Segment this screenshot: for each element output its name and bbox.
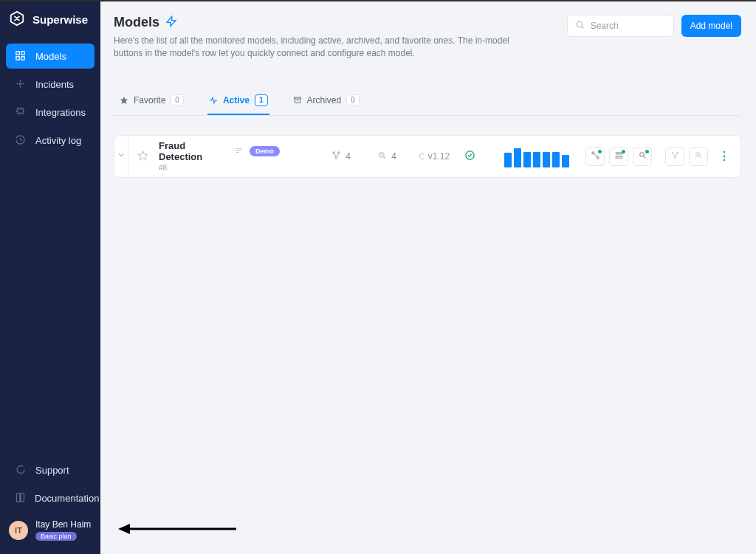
- sliders-icon: [614, 150, 624, 162]
- archive-icon: [293, 96, 302, 105]
- stat-value: v1.12: [428, 151, 450, 162]
- magnify-icon: [638, 150, 647, 162]
- svg-rect-4: [21, 57, 24, 60]
- model-name: Fraud Detection: [159, 140, 229, 162]
- search-input[interactable]: [591, 21, 666, 31]
- header-left: Models Here's the list of all the monito…: [114, 15, 512, 60]
- kebab-icon: ⋮: [718, 150, 730, 162]
- activity-icon: [209, 96, 218, 105]
- action-connect-button[interactable]: [585, 147, 605, 166]
- demo-badge: Demo: [250, 146, 280, 156]
- brand: Superwise: [0, 1, 100, 41]
- add-model-button[interactable]: Add model: [681, 15, 741, 37]
- history-icon: [15, 134, 27, 146]
- svg-marker-8: [120, 97, 128, 104]
- svg-point-21: [597, 156, 599, 159]
- svg-rect-3: [16, 57, 19, 60]
- model-list: Fraud Detection Demo #8 4 4: [114, 135, 741, 178]
- stat-search: 4: [367, 150, 407, 162]
- model-more-menu[interactable]: ⋮: [715, 149, 733, 163]
- avatar: IT: [9, 521, 28, 540]
- svg-point-20: [591, 152, 594, 154]
- action-inspect-button[interactable]: [633, 147, 652, 166]
- favorite-toggle[interactable]: [137, 150, 148, 163]
- grid-icon: [15, 50, 27, 62]
- activity-sparkline: [504, 145, 569, 167]
- svg-point-19: [465, 151, 473, 159]
- chat-icon: [15, 464, 27, 476]
- nodes-icon: [331, 150, 341, 162]
- stat-groups: 4: [321, 150, 361, 162]
- svg-rect-9: [294, 97, 300, 99]
- svg-point-5: [19, 83, 21, 85]
- tab-count: 1: [255, 94, 268, 106]
- tab-favorite[interactable]: Favorite 0: [118, 89, 185, 115]
- tab-label: Active: [223, 95, 250, 105]
- sidebar-item-label: Integrations: [35, 107, 86, 118]
- sidebar-item-support[interactable]: Support: [6, 457, 94, 482]
- model-row: Fraud Detection Demo #8 4 4: [114, 135, 741, 178]
- main: Models Here's the list of all the monito…: [100, 1, 756, 554]
- sidebar-item-activity-log[interactable]: Activity log: [6, 128, 94, 153]
- search-box[interactable]: [567, 15, 674, 37]
- svg-point-27: [674, 156, 676, 158]
- action-share-button[interactable]: [665, 147, 684, 166]
- expand-toggle[interactable]: [114, 136, 128, 177]
- bolt-icon: [165, 15, 177, 30]
- page-title: Models: [114, 15, 159, 30]
- plan-badge: Basic plan: [35, 532, 77, 541]
- tab-label: Favorite: [134, 95, 165, 105]
- svg-rect-2: [21, 52, 24, 55]
- model-name-cell[interactable]: Fraud Detection Demo #8: [154, 140, 280, 172]
- tabs: Favorite 0 Active 1 Archived 0: [114, 89, 741, 116]
- tab-count: 0: [171, 94, 184, 106]
- stat-version: v1.12: [413, 151, 453, 162]
- description-icon: [235, 146, 244, 157]
- zoom-icon: [377, 150, 387, 162]
- chevron-down-icon: [117, 150, 126, 162]
- sidebar: Superwise Models Incidents Integrations: [0, 1, 100, 554]
- sidebar-item-models[interactable]: Models: [6, 44, 94, 69]
- user-info: Itay Ben Haim Basic plan: [35, 519, 91, 541]
- tab-active[interactable]: Active 1: [207, 89, 269, 115]
- sidebar-bottom: Support Documentation IT Itay Ben Haim B…: [0, 454, 100, 554]
- sidebar-item-label: Documentation: [35, 493, 99, 504]
- model-id: #8: [159, 164, 280, 172]
- sidebar-item-incidents[interactable]: Incidents: [6, 72, 94, 97]
- user-name: Itay Ben Haim: [35, 519, 91, 530]
- sidebar-item-label: Activity log: [35, 135, 81, 146]
- status-ok: [458, 150, 481, 163]
- tab-archived[interactable]: Archived 0: [292, 89, 361, 115]
- sidebar-item-label: Incidents: [35, 79, 74, 90]
- puzzle-icon: [15, 106, 27, 118]
- svg-rect-1: [16, 52, 19, 55]
- share-icon: [670, 150, 680, 162]
- sidebar-item-label: Support: [35, 465, 69, 476]
- action-zoom-button[interactable]: [689, 147, 708, 166]
- header-right: Add model: [567, 15, 741, 37]
- sidebar-item-documentation[interactable]: Documentation: [6, 485, 94, 510]
- svg-point-7: [577, 21, 583, 27]
- sidebar-item-integrations[interactable]: Integrations: [6, 100, 94, 125]
- model-actions: ⋮: [585, 147, 733, 166]
- stat-value: 4: [346, 151, 351, 162]
- zoom-in-icon: [694, 150, 704, 162]
- book-icon: [15, 492, 26, 504]
- stat-value: 4: [391, 151, 396, 162]
- target-icon: [15, 78, 27, 90]
- brand-logo-icon: [9, 10, 25, 29]
- check-circle-icon: [464, 150, 475, 163]
- action-configure-button[interactable]: [609, 147, 628, 166]
- svg-marker-0: [11, 12, 24, 25]
- page-subtitle: Here's the list of all the monitored mod…: [114, 35, 512, 60]
- user-row[interactable]: IT Itay Ben Haim Basic plan: [0, 513, 100, 547]
- nav-primary: Models Incidents Integrations Activity l…: [0, 41, 100, 156]
- svg-marker-10: [138, 151, 148, 160]
- tab-label: Archived: [307, 95, 342, 105]
- star-icon: [120, 96, 128, 105]
- star-outline-icon: [137, 150, 148, 163]
- tab-count: 0: [346, 94, 360, 106]
- search-icon: [575, 20, 585, 32]
- svg-marker-6: [167, 16, 176, 26]
- plug-icon: [591, 150, 600, 162]
